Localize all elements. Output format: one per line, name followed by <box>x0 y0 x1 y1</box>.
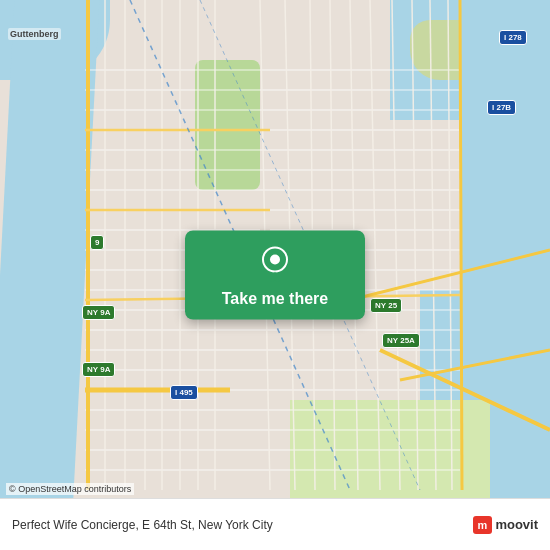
svg-point-52 <box>270 255 280 265</box>
location-text: Perfect Wife Concierge, E 64th St, New Y… <box>12 518 473 532</box>
copyright-text: © OpenStreetMap contributors <box>6 483 134 495</box>
moovit-logo-letter: m <box>473 516 493 534</box>
shield-ny25-east: NY 25 <box>370 298 402 313</box>
take-me-there-label: Take me there <box>222 290 328 308</box>
map-container: Guttenberg I 278 I 27B I 495 9 NY 9A NY … <box>0 0 550 550</box>
shield-ny9a-1: NY 9A <box>82 305 115 320</box>
bottom-bar: Perfect Wife Concierge, E 64th St, New Y… <box>0 498 550 550</box>
moovit-logo-text: moovit <box>495 517 538 532</box>
area-label-guttenberg: Guttenberg <box>8 28 61 40</box>
shield-ny25a: NY 25A <box>382 333 420 348</box>
central-park <box>195 60 260 190</box>
moovit-logo[interactable]: m moovit <box>473 516 538 534</box>
shield-ny9a-2: NY 9A <box>82 362 115 377</box>
shield-i495: I 495 <box>170 385 198 400</box>
take-me-there-card[interactable]: Take me there <box>185 231 365 320</box>
shield-i278-1: I 278 <box>499 30 527 45</box>
shield-i27b: I 27B <box>487 100 516 115</box>
shield-ny9: 9 <box>90 235 104 250</box>
location-pin-icon <box>257 246 293 282</box>
